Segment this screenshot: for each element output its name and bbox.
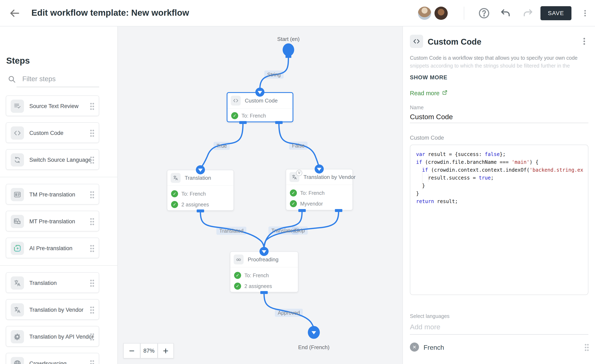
glasses-icon — [234, 255, 244, 264]
translate-icon — [171, 173, 181, 183]
edge-label-false[interactable]: False — [289, 142, 307, 150]
help-icon[interactable] — [478, 7, 490, 19]
drag-handle-icon[interactable] — [584, 343, 590, 352]
user-avatar[interactable] — [418, 7, 431, 20]
step-card-tm-pretranslation[interactable]: TM Pre-translation — [6, 184, 99, 205]
user-avatar[interactable] — [434, 7, 448, 20]
undo-icon[interactable] — [499, 7, 512, 19]
panel-options-icon[interactable] — [580, 37, 589, 47]
drag-handle-icon[interactable] — [89, 244, 95, 253]
node-divider — [227, 108, 292, 108]
drag-handle-icon[interactable] — [89, 191, 95, 199]
zoom-level: 87% — [140, 343, 158, 358]
ai-pretranslation-icon — [11, 242, 24, 255]
remove-language-icon[interactable]: × — [410, 343, 419, 352]
drag-handle-icon[interactable] — [89, 156, 95, 164]
step-label: MT Pre-translation — [29, 211, 75, 232]
step-card-source-text-review[interactable]: Source Text Review — [6, 95, 99, 116]
read-more-link[interactable]: Read more — [410, 90, 448, 97]
step-label: Translation — [29, 273, 57, 293]
edge-label-translated[interactable]: Translated — [216, 227, 246, 235]
panel-title: Custom Code — [428, 37, 481, 46]
step-label: Switch Source Language — [29, 150, 91, 170]
add-language-input[interactable] — [410, 321, 588, 332]
code-line: return result; — [416, 198, 583, 205]
step-card-mt-pretranslation[interactable]: MT Pre-translation — [6, 211, 99, 231]
switch-source-language-icon — [11, 153, 24, 166]
input-underline — [410, 334, 588, 335]
node-output-port[interactable] — [298, 209, 306, 212]
filter-steps-input[interactable] — [22, 73, 99, 84]
edge-label-string[interactable]: String — [264, 71, 283, 79]
edge-label-skip[interactable]: Skip — [292, 227, 308, 235]
code-line: } — [416, 190, 583, 198]
step-card-custom-code[interactable]: Custom Code — [6, 122, 99, 143]
node-input-arrow-icon[interactable] — [196, 165, 205, 174]
save-button[interactable]: SAVE — [540, 6, 571, 20]
node-translation[interactable]: Translation ✓ To: French ✓ 2 assignees — [167, 170, 234, 211]
check-icon: ✓ — [171, 201, 178, 208]
node-translation-by-vendor[interactable]: V Translation by Vendor ✓ To: French ✓ M… — [286, 169, 353, 210]
check-icon: ✓ — [234, 283, 241, 290]
check-icon: ✓ — [171, 190, 178, 197]
translation-by-api-vendor-icon — [11, 330, 24, 343]
zoom-control: − 87% + — [123, 343, 174, 358]
name-input[interactable] — [410, 112, 588, 122]
more-options-icon[interactable] — [581, 7, 589, 19]
step-card-ai-pretranslation[interactable]: AI Pre-translation — [6, 238, 99, 258]
code-editor[interactable]: var result = {success: false};if (crowdi… — [410, 145, 588, 295]
edge-label-true[interactable]: True — [214, 142, 230, 150]
step-description-line2: snippets according to which the strings … — [410, 63, 589, 69]
node-output-port[interactable] — [260, 291, 268, 294]
step-card-crowdsourcing[interactable]: Crowdsourcing — [6, 353, 99, 364]
input-underline — [410, 123, 588, 123]
vendor-badge: V — [296, 170, 302, 176]
node-input-arrow-icon[interactable] — [315, 164, 324, 173]
node-divider — [167, 186, 234, 186]
node-output-port[interactable] — [197, 209, 204, 212]
node-proofreading[interactable]: Proofreading ✓ To: French ✓ 2 assignees — [230, 251, 298, 292]
drag-handle-icon[interactable] — [89, 306, 95, 314]
step-card-translation-by-vendor[interactable]: V Translation by Vendor — [6, 299, 99, 320]
node-check-row: ✓ To: French — [171, 188, 206, 199]
zoom-out-button[interactable]: − — [123, 343, 140, 358]
step-label: Custom Code — [29, 123, 64, 143]
step-card-translation[interactable]: Translation — [6, 272, 99, 293]
language-name: French — [424, 340, 444, 355]
code-content: var result = {success: false};if (crowdi… — [416, 150, 588, 205]
crowdsourcing-icon — [11, 357, 24, 364]
end-node[interactable] — [308, 326, 320, 339]
node-divider — [230, 267, 298, 267]
steps-title: Steps — [6, 56, 30, 66]
workflow-canvas[interactable]: Start (en) String True False Translated … — [118, 26, 403, 364]
back-icon[interactable] — [8, 7, 21, 19]
node-input-arrow-icon[interactable] — [260, 247, 269, 256]
source-text-review-icon — [11, 100, 24, 113]
drag-handle-icon[interactable] — [89, 218, 95, 226]
node-input-arrow-icon[interactable] — [255, 88, 264, 97]
node-output-port[interactable] — [275, 121, 283, 124]
step-label: Source Text Review — [29, 96, 78, 116]
edge-label-approved[interactable]: Approved — [275, 309, 303, 317]
drag-handle-icon[interactable] — [89, 360, 95, 364]
node-output-port[interactable] — [335, 209, 342, 212]
step-card-translation-by-api-vendor[interactable]: V Translation by API Vendor — [6, 326, 99, 347]
start-node[interactable] — [283, 43, 294, 56]
code-icon — [231, 96, 241, 106]
zoom-in-button[interactable]: + — [158, 343, 174, 358]
drag-handle-icon[interactable] — [89, 102, 95, 111]
step-description-line1: Custom Code is a workflow step that allo… — [410, 55, 589, 61]
workflow-editor: Edit workflow template: New workflow SAV… — [0, 0, 595, 364]
show-more-button[interactable]: SHOW MORE — [410, 74, 447, 81]
node-check-row: ✓ 2 assignees — [234, 281, 272, 292]
custom-code-icon — [11, 126, 24, 140]
step-label: Translation by Vendor — [29, 300, 84, 320]
drag-handle-icon[interactable] — [89, 129, 95, 137]
step-card-switch-source-language[interactable]: Switch Source Language — [6, 149, 99, 170]
node-output-port[interactable] — [239, 121, 247, 124]
top-bar: Edit workflow template: New workflow SAV… — [0, 0, 595, 26]
custom-code-field-label: Custom Code — [410, 135, 444, 141]
code-line: if (crowdin.context.context.indexOf('bac… — [416, 166, 583, 174]
drag-handle-icon[interactable] — [89, 279, 95, 287]
drag-handle-icon[interactable] — [89, 333, 95, 341]
